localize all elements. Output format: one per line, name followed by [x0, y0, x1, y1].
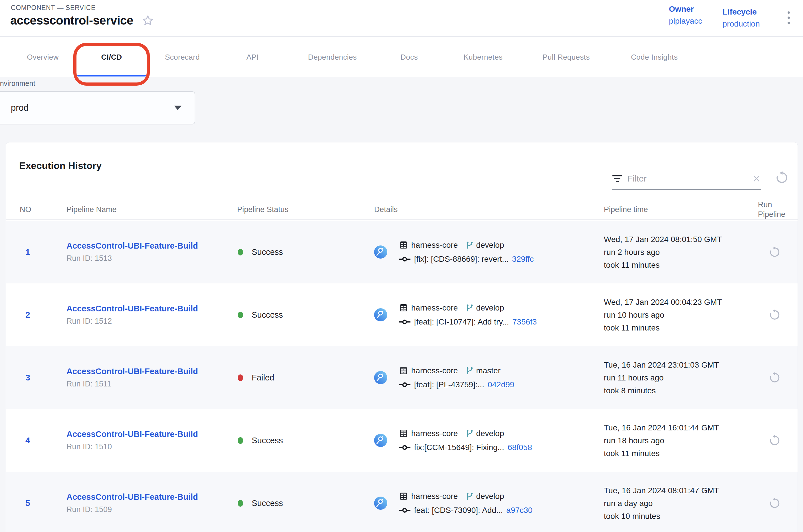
git-commit-icon: [399, 382, 410, 388]
tab-docs[interactable]: Docs: [401, 37, 418, 77]
col-header-run-pipeline: Run Pipeline: [758, 200, 798, 219]
git-commit-icon: [399, 319, 410, 325]
col-header-pipeline-time: Pipeline time: [604, 205, 758, 214]
tab-code-insights[interactable]: Code Insights: [631, 37, 678, 77]
status-label: Success: [252, 247, 283, 257]
repository-icon: [399, 366, 408, 376]
run-pipeline-icon[interactable]: [768, 497, 781, 510]
chevron-down-icon: [174, 106, 181, 110]
environment-selected-value: prod: [11, 103, 28, 113]
tab-pull-requests[interactable]: Pull Requests: [542, 37, 590, 77]
repo-name: harness-core: [411, 303, 458, 312]
filter-input[interactable]: [628, 174, 746, 184]
col-header-pipeline-name: Pipeline Name: [66, 205, 237, 214]
status-dot: [238, 500, 243, 507]
commit-hash-link[interactable]: a97c30: [506, 506, 533, 515]
pipeline-name-link[interactable]: AccessControl-UBI-Feature-Build: [66, 241, 237, 251]
commit-hash-link[interactable]: 7356f3: [513, 317, 537, 326]
environment-select[interactable]: prod: [0, 91, 195, 125]
commit-message: [feat]: [PL-43759]:...: [414, 380, 484, 389]
commit-hash-link[interactable]: 329ffc: [512, 254, 534, 264]
pipeline-time-ago: run 10 hours ago: [604, 308, 758, 321]
filter-box: [612, 170, 761, 190]
tab-kubernetes[interactable]: Kubernetes: [464, 37, 503, 77]
clear-filter-icon[interactable]: [752, 174, 761, 184]
pipeline-execution-icon[interactable]: [374, 434, 387, 447]
pipeline-execution-icon[interactable]: [374, 245, 387, 259]
commit-hash-link[interactable]: 042d99: [488, 380, 514, 389]
pipeline-duration: took 11 minutes: [604, 447, 758, 460]
repository-icon: [399, 429, 408, 438]
row-number-link[interactable]: 5: [20, 498, 30, 508]
run-id-label: Run ID: 1512: [66, 317, 237, 326]
git-branch-icon: [465, 303, 474, 312]
pipeline-time-gmt: Tue, 16 Jan 2024 23:01:03 GMT: [604, 359, 758, 371]
run-pipeline-icon[interactable]: [768, 308, 781, 321]
commit-hash-link[interactable]: 68f058: [508, 443, 532, 452]
row-number-link[interactable]: 3: [20, 373, 30, 382]
section-title: Execution History: [19, 160, 101, 171]
pipeline-time-ago: run 18 hours ago: [604, 434, 758, 447]
pipeline-duration: took 11 minutes: [604, 259, 758, 271]
status-label: Success: [252, 310, 283, 320]
tab-ci-cd[interactable]: CI/CD: [101, 37, 122, 77]
tab-dependencies[interactable]: Dependencies: [308, 37, 357, 77]
environment-label: Environment: [0, 79, 35, 88]
status-label: Failed: [252, 373, 274, 382]
commit-message: feat: [CDS-73090]: Add...: [414, 506, 503, 515]
pipeline-execution-icon[interactable]: [374, 308, 387, 321]
run-id-label: Run ID: 1509: [66, 505, 237, 514]
git-branch-icon: [465, 492, 474, 501]
table-body: 1 AccessControl-UBI-Feature-Build Run ID…: [6, 221, 798, 532]
pipeline-name-link[interactable]: AccessControl-UBI-Feature-Build: [66, 367, 237, 376]
more-options-kebab-icon[interactable]: [783, 12, 795, 28]
branch-name: develop: [476, 303, 504, 312]
run-id-label: Run ID: 1510: [66, 442, 237, 451]
status-label: Success: [252, 499, 283, 508]
refresh-icon[interactable]: [774, 170, 788, 186]
status-dot: [238, 375, 243, 381]
owner-label: Owner: [669, 4, 702, 14]
branch-name: develop: [476, 241, 504, 250]
filter-icon: [612, 175, 623, 182]
row-number-link[interactable]: 1: [20, 247, 30, 256]
pipeline-time-gmt: Tue, 16 Jan 2024 08:01:47 GMT: [604, 484, 758, 497]
repo-name: harness-core: [411, 492, 458, 501]
tab-bar: OverviewCI/CDScorecardAPIDependenciesDoc…: [0, 37, 803, 77]
commit-message: [fix]: [CDS-88669]: revert...: [414, 254, 509, 264]
commit-message: fix:[CCM-15649]: Fixing...: [414, 443, 504, 452]
run-pipeline-icon[interactable]: [768, 246, 781, 258]
tab-api[interactable]: API: [246, 37, 259, 77]
owner-value-link[interactable]: plplayacc: [669, 17, 702, 26]
tab-scorecard[interactable]: Scorecard: [165, 37, 200, 77]
row-number-link[interactable]: 2: [20, 310, 30, 319]
repository-icon: [399, 240, 408, 250]
pipeline-name-link[interactable]: AccessControl-UBI-Feature-Build: [66, 304, 237, 314]
pipeline-time-ago: run 11 hours ago: [604, 371, 758, 384]
pipeline-name-link[interactable]: AccessControl-UBI-Feature-Build: [66, 492, 237, 502]
tab-overview[interactable]: Overview: [27, 37, 59, 77]
page-title: accesscontrol-service: [10, 14, 133, 27]
pipeline-name-link[interactable]: AccessControl-UBI-Feature-Build: [66, 430, 237, 439]
lifecycle-label: Lifecycle: [723, 7, 760, 17]
run-id-label: Run ID: 1511: [66, 380, 237, 388]
git-branch-icon: [465, 429, 474, 438]
pipeline-execution-icon[interactable]: [374, 371, 387, 384]
table-row: 4 AccessControl-UBI-Feature-Build Run ID…: [6, 409, 798, 472]
repo-name: harness-core: [411, 241, 458, 250]
run-pipeline-icon[interactable]: [768, 371, 781, 384]
table-row: 3 AccessControl-UBI-Feature-Build Run ID…: [6, 346, 798, 409]
pipeline-time-gmt: Tue, 16 Jan 2024 16:01:44 GMT: [604, 421, 758, 434]
status-label: Success: [252, 436, 283, 445]
favorite-star-icon[interactable]: [141, 14, 154, 27]
table-header-row: NO Pipeline Name Pipeline Status Details…: [6, 200, 798, 220]
repository-icon: [399, 303, 408, 313]
run-pipeline-icon[interactable]: [768, 434, 781, 446]
pipeline-time-gmt: Wed, 17 Jan 2024 00:04:23 GMT: [604, 296, 758, 308]
pipeline-duration: took 10 minutes: [604, 510, 758, 522]
pipeline-time-ago: run a day ago: [604, 497, 758, 510]
pipeline-execution-icon[interactable]: [374, 497, 387, 510]
run-id-label: Run ID: 1513: [66, 254, 237, 263]
repo-name: harness-core: [411, 429, 458, 438]
row-number-link[interactable]: 4: [20, 436, 30, 445]
